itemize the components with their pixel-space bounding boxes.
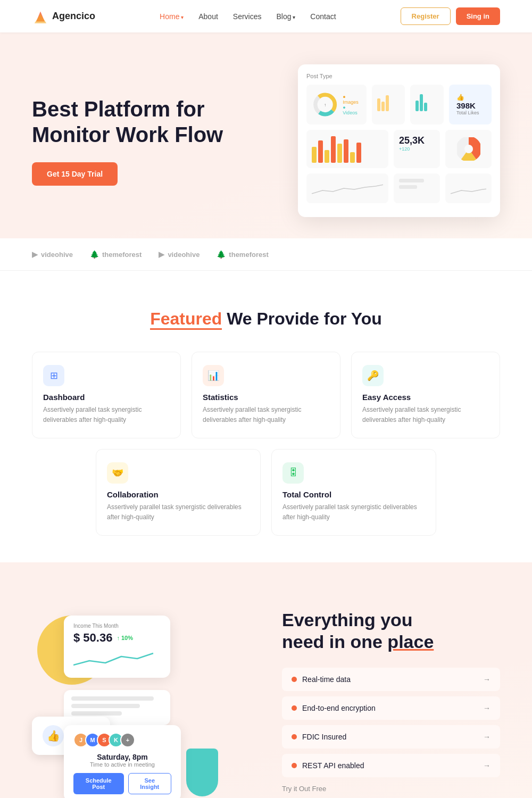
dashboard-likes-cell: 👍 398K Total Likes (449, 85, 492, 124)
arrow-icon-api: → (483, 761, 491, 770)
trial-button[interactable]: Get 15 Day Trial (32, 162, 118, 186)
feature-card-totalcontrol: 🎛 Total Control Assertively parallel tas… (271, 449, 436, 536)
client-themeforest-1: 🌲 themeforest (90, 250, 142, 259)
avatar-5: + (120, 733, 135, 747)
client-videohive-2: ▶ videohive (159, 250, 200, 259)
themeforest-icon-2: 🌲 (217, 250, 226, 259)
fli-dot-fdic (292, 734, 297, 739)
income-line-chart (73, 649, 161, 670)
nav-links: Home About Services Blog Contact (160, 12, 336, 21)
avatars-row: J M S K + (73, 733, 171, 747)
try-free-link[interactable]: Try it Out Free (282, 785, 500, 793)
nav-home[interactable]: Home (160, 12, 184, 21)
navbar: Agencico Home About Services Blog Contac… (0, 0, 532, 32)
nav-blog[interactable]: Blog (277, 12, 296, 21)
svg-text:↑: ↑ (324, 103, 326, 107)
register-button[interactable]: Register (401, 7, 451, 25)
feature-dashboard-name: Dashboard (43, 393, 170, 402)
nav-buttons: Register Sing in (401, 7, 500, 25)
features-title: Featured We Provide for You (32, 308, 500, 330)
client-themeforest-2: 🌲 themeforest (217, 250, 268, 259)
brand-logo[interactable]: Agencico (32, 8, 95, 25)
fli-dot-api (292, 763, 297, 768)
access-feature-icon: 🔑 (362, 365, 384, 386)
income-trend: ↑ 10% (117, 635, 133, 641)
see-insight-button[interactable]: See Insight (128, 773, 172, 794)
feature-totalcontrol-desc: Assertively parallel task synergistic de… (282, 502, 425, 522)
clients-bar: ▶ videohive 🌲 themeforest ▶ videohive 🌲 … (0, 238, 532, 271)
dashboard-row-2: 25,3K +120 (306, 130, 492, 168)
nav-about[interactable]: About (198, 12, 218, 21)
dashboard-minibars-1 (372, 85, 405, 124)
schedule-buttons: Schedule Post See Insight (73, 773, 171, 794)
svg-marker-1 (35, 14, 46, 23)
videohive-icon-1: ▶ (32, 250, 38, 259)
dashboard-linechart-2 (445, 173, 492, 203)
feature-collaboration-desc: Assertively parallel task synergistic de… (107, 502, 250, 522)
feature-list-item-realtime[interactable]: Real-time data → (282, 668, 500, 691)
dashboard-grey-bars (394, 173, 440, 203)
themeforest-icon-1: 🌲 (90, 250, 99, 259)
dashboard-preview-card: Post Type ↑ ● Images ● Videos (298, 64, 500, 217)
donut-chart: ↑ (312, 90, 338, 119)
schedule-day: Saturday, 8pm (73, 753, 171, 761)
hero-left: Best Platform for Monitor Work Flow Get … (32, 96, 234, 186)
likes-label: Total Likes (456, 110, 479, 115)
dashboard-donut-cell: ↑ ● Images ● Videos (306, 85, 367, 124)
middle-right: Everything you need in one place Real-ti… (282, 609, 500, 793)
income-value: $ 50.36 ↑ 10% (73, 631, 161, 645)
hero-section: Best Platform for Monitor Work Flow Get … (0, 32, 532, 238)
income-label: Income This Month (73, 623, 161, 629)
middle-left-widgets: Income This Month $ 50.36 ↑ 10% (32, 600, 250, 798)
features-title-highlighted: Featured (150, 309, 222, 330)
likes-number: 398K (456, 101, 476, 110)
middle-right-title: Everything you need in one place (282, 609, 500, 653)
hero-title: Best Platform for Monitor Work Flow (32, 96, 234, 147)
brand-name: Agencico (52, 11, 95, 22)
brand-icon (32, 8, 49, 25)
dashboard-stat-cell: 25,3K +120 (394, 130, 440, 168)
dashboard-row-3 (306, 173, 492, 203)
collaboration-feature-icon: 🤝 (107, 462, 128, 484)
nav-services[interactable]: Services (233, 12, 262, 21)
feature-list-item-fdic[interactable]: FDIC Insured → (282, 725, 500, 749)
feature-collaboration-name: Collaboration (107, 490, 250, 499)
middle-section: Income This Month $ 50.36 ↑ 10% (0, 562, 532, 798)
line-chart-1 (312, 179, 383, 196)
features-title-rest: We Provide for You (227, 309, 382, 328)
fli-dot-encryption (292, 705, 297, 711)
schedule-card: J M S K + Saturday, 8pm Time to active i… (64, 725, 181, 798)
nav-contact[interactable]: Contact (310, 12, 336, 21)
feature-card-dashboard: ⊞ Dashboard Assertively parallel task sy… (32, 352, 181, 438)
features-row2: 🤝 Collaboration Assertively parallel tas… (32, 449, 500, 536)
stat-sub: +120 (399, 146, 435, 152)
feature-list-item-api[interactable]: REST API enabled → (282, 754, 500, 777)
totalcontrol-feature-icon: 🎛 (282, 462, 304, 484)
place-underline: place (387, 631, 434, 652)
dashboard-row-1: ↑ ● Images ● Videos (306, 85, 492, 124)
dashboard-section-label: Post Type (306, 73, 492, 79)
dashboard-pie (445, 130, 492, 168)
pie-chart (457, 137, 480, 161)
schedule-post-button[interactable]: Schedule Post (73, 773, 124, 794)
schedule-subtitle: Time to active in meeting (73, 761, 171, 768)
feature-totalcontrol-name: Total Control (282, 490, 425, 499)
videohive-icon-2: ▶ (159, 250, 164, 259)
thumb-icon: 👍 (456, 94, 464, 101)
line-chart-2 (451, 179, 486, 196)
statistics-feature-icon: 📊 (203, 365, 224, 386)
stat-value: 25,3K (399, 135, 435, 146)
fli-dot-realtime (292, 677, 297, 682)
income-card: Income This Month $ 50.36 ↑ 10% (64, 616, 170, 678)
client-videohive-1: ▶ videohive (32, 250, 73, 259)
dashboard-feature-icon: ⊞ (43, 365, 64, 386)
thumb-badge-icon: 👍 (43, 725, 64, 746)
donut-legend: ● Images ● Videos (343, 94, 361, 115)
arrow-icon-realtime: → (483, 675, 491, 684)
signin-button[interactable]: Sing in (456, 7, 500, 25)
dashboard-barchart (306, 130, 388, 168)
feature-card-collaboration: 🤝 Collaboration Assertively parallel tas… (96, 449, 261, 536)
feature-list-item-encryption[interactable]: End-to-end encryption → (282, 696, 500, 720)
teal-shape-decoration (186, 749, 218, 796)
feature-dashboard-desc: Assertively parallel task synergistic de… (43, 405, 170, 425)
